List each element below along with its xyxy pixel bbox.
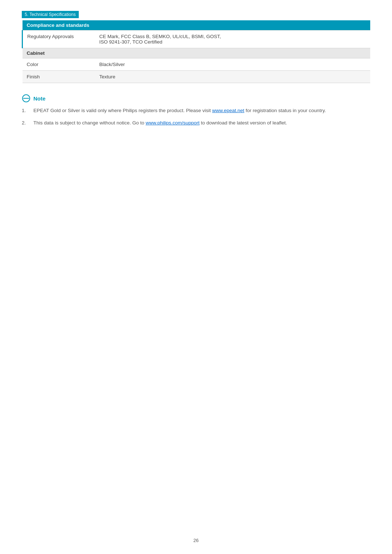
note-section: Note 1. EPEAT Gold or Silver is valid on… (22, 94, 370, 127)
table-row: Finish Texture (23, 71, 371, 83)
section-tag: 5. Technical Specifications (22, 11, 79, 18)
row-label-finish: Finish (23, 71, 95, 83)
row-label-color: Color (23, 58, 95, 71)
philips-support-link[interactable]: www.philips.com/support (146, 120, 200, 126)
row-value-finish: Texture (95, 71, 371, 83)
table-row: Compliance and standards (23, 20, 371, 30)
table-row: Regulatory Approvals CE Mark, FCC Class … (23, 30, 371, 48)
row-value-regulatory: CE Mark, FCC Class B, SEMKO, UL/cUL, BSM… (95, 30, 371, 48)
note-title: Note (22, 94, 370, 103)
table-row: Cabinet (23, 48, 371, 58)
page-content: 5. Technical Specifications Compliance a… (0, 0, 392, 163)
section-header-compliance: Compliance and standards (23, 20, 371, 30)
row-label-regulatory: Regulatory Approvals (23, 30, 95, 48)
table-row: Color Black/Silver (23, 58, 371, 71)
list-item-num: 2. (22, 119, 29, 127)
section-header-cabinet: Cabinet (23, 48, 371, 58)
note-list: 1. EPEAT Gold or Silver is valid only wh… (22, 107, 370, 127)
row-value-color: Black/Silver (95, 58, 371, 71)
spec-table: Compliance and standards Regulatory Appr… (22, 20, 370, 83)
list-item: 1. EPEAT Gold or Silver is valid only wh… (22, 107, 370, 114)
note-icon (22, 94, 30, 103)
list-item-text-2: This data is subject to change without n… (33, 119, 287, 127)
epeat-link[interactable]: www.epeat.net (212, 108, 244, 113)
note-title-text: Note (33, 95, 45, 102)
page-number: 26 (193, 538, 199, 543)
list-item: 2. This data is subject to change withou… (22, 119, 370, 127)
list-item-num: 1. (22, 107, 29, 114)
list-item-text-1: EPEAT Gold or Silver is valid only where… (33, 107, 326, 114)
